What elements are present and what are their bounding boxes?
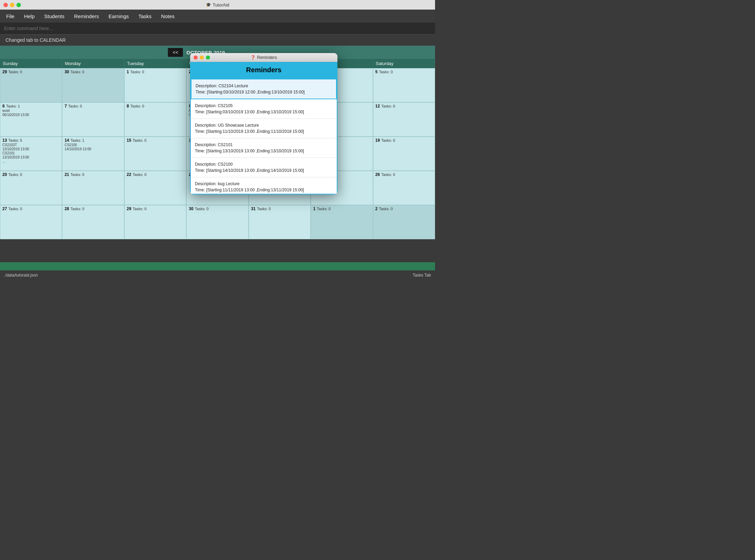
reminder-description: Description: UG Showcase Lecture bbox=[195, 122, 333, 128]
file-path: ./data/tutoraid.json bbox=[4, 273, 38, 278]
cal-cell[interactable]: 26Tasks: 0 bbox=[373, 171, 435, 205]
day-number: 30Tasks: 0 bbox=[189, 206, 246, 211]
modal-title: ❓ Reminders bbox=[250, 55, 277, 60]
menu-tasks[interactable]: Tasks bbox=[138, 12, 152, 21]
menu-students[interactable]: Students bbox=[44, 12, 65, 21]
cal-cell[interactable]: 8Tasks: 0 bbox=[124, 102, 186, 137]
cal-cell[interactable]: 2Tasks: 0 bbox=[373, 205, 435, 239]
modal-close-button[interactable] bbox=[194, 55, 198, 60]
command-input[interactable] bbox=[4, 26, 431, 31]
day-number: 29Tasks: 0 bbox=[127, 206, 184, 211]
reminder-time: Time: [Starting:11/11/2019 13:00 ,Ending… bbox=[195, 187, 333, 193]
event-text: test4 bbox=[2, 109, 60, 113]
reminder-description: Description: bug Lecture bbox=[195, 181, 333, 187]
status-bar: Changed tab to CALENDAR bbox=[0, 35, 435, 46]
day-number: 6Tasks: 1 bbox=[2, 104, 60, 109]
day-number: 21Tasks: 0 bbox=[64, 172, 122, 177]
cal-cell[interactable]: 13Tasks: 5CS2103T13/10/2019 13:00CS21011… bbox=[0, 137, 62, 171]
reminder-item[interactable]: Description: CS2101Time: [Starting:13/10… bbox=[191, 138, 337, 158]
cal-cell[interactable]: 7Tasks: 0 bbox=[62, 102, 124, 137]
menu-earnings[interactable]: Earnings bbox=[108, 12, 129, 21]
cal-cell[interactable]: 28Tasks: 0 bbox=[62, 205, 124, 239]
modal-minimize-button[interactable] bbox=[200, 55, 204, 60]
day-number: 27Tasks: 0 bbox=[2, 206, 60, 211]
modal-body[interactable]: Description: CS2104 LectureTime: [Starti… bbox=[190, 78, 337, 194]
reminder-item[interactable]: Description: CS2100Time: [Starting:14/10… bbox=[191, 158, 337, 177]
cal-cell[interactable]: 29Tasks: 0 bbox=[124, 205, 186, 239]
day-number: 13Tasks: 5 bbox=[2, 138, 60, 143]
event-text: 13/10/2019 13:00 bbox=[2, 147, 60, 151]
event-text: ... bbox=[2, 160, 60, 163]
cal-cell[interactable]: 19Tasks: 0 bbox=[373, 137, 435, 171]
reminder-time: Time: [Starting:03/10/2019 12:00 ,Ending… bbox=[196, 89, 332, 95]
day-number: 12Tasks: 0 bbox=[375, 104, 433, 109]
menu-reminders[interactable]: Reminders bbox=[73, 12, 100, 21]
event-text: CS2100 bbox=[64, 143, 122, 147]
event-text: CS2103T bbox=[2, 143, 60, 147]
day-number: 5Tasks: 0 bbox=[375, 69, 433, 74]
status-text: Changed tab to CALENDAR bbox=[5, 37, 66, 43]
prev-month-button[interactable]: << bbox=[168, 48, 183, 57]
cal-cell[interactable]: 1Tasks: 0 bbox=[311, 205, 373, 239]
day-number: 26Tasks: 0 bbox=[375, 172, 433, 177]
event-text: CS2101 bbox=[2, 151, 60, 155]
day-number: 2Tasks: 0 bbox=[375, 206, 433, 211]
cal-cell[interactable]: 21Tasks: 0 bbox=[62, 171, 124, 205]
cal-cell[interactable]: 15Tasks: 0 bbox=[124, 137, 186, 171]
reminder-description: Description: CS2104 Lecture bbox=[196, 83, 332, 89]
menu-file[interactable]: File bbox=[5, 12, 15, 21]
day-number: 29Tasks: 0 bbox=[2, 69, 60, 74]
cal-cell[interactable]: 6Tasks: 1test406/10/2019 13:00 bbox=[0, 102, 62, 137]
question-icon: ❓ bbox=[250, 55, 256, 60]
window-controls[interactable] bbox=[3, 3, 21, 7]
reminder-item[interactable]: Description: CS2105Time: [Starting:03/10… bbox=[191, 99, 337, 119]
app-icon: 🎓 bbox=[206, 2, 211, 7]
tab-name: Tasks Tab bbox=[413, 273, 431, 278]
day-number: 30Tasks: 0 bbox=[64, 69, 122, 74]
cal-cell[interactable]: 20Tasks: 0 bbox=[0, 171, 62, 205]
cal-cell[interactable]: 14Tasks: 1CS210014/10/2019 13:00 bbox=[62, 137, 124, 171]
day-number: 20Tasks: 0 bbox=[2, 172, 60, 177]
header-saturday: Saturday bbox=[373, 59, 435, 68]
day-number: 15Tasks: 0 bbox=[127, 138, 184, 143]
app-title: 🎓 TutorAid bbox=[206, 2, 230, 8]
reminder-item[interactable]: Description: CS2104 LectureTime: [Starti… bbox=[191, 79, 337, 99]
cal-cell[interactable]: 5Tasks: 0 bbox=[373, 68, 435, 102]
reminder-item[interactable]: Description: bug LectureTime: [Starting:… bbox=[191, 177, 337, 194]
modal-header: Reminders bbox=[190, 62, 337, 78]
cal-cell[interactable]: 1Tasks: 0 bbox=[124, 68, 186, 102]
cal-cell[interactable]: 27Tasks: 0 bbox=[0, 205, 62, 239]
day-number: 8Tasks: 0 bbox=[127, 104, 184, 109]
bottom-bar: ./data/tutoraid.json Tasks Tab bbox=[0, 270, 435, 280]
menu-help[interactable]: Help bbox=[23, 12, 35, 21]
header-sunday: Sunday bbox=[0, 59, 62, 68]
event-text: 13/10/2019 13:00 bbox=[2, 155, 60, 159]
cal-cell[interactable]: 31Tasks: 0 bbox=[249, 205, 311, 239]
modal-window-controls[interactable] bbox=[194, 55, 210, 60]
day-number: 7Tasks: 0 bbox=[64, 104, 122, 109]
reminder-time: Time: [Starting:13/10/2019 13:00 ,Ending… bbox=[195, 148, 333, 154]
day-number: 1Tasks: 0 bbox=[127, 69, 184, 74]
reminder-time: Time: [Starting:03/10/2019 13:00 ,Ending… bbox=[195, 109, 333, 115]
menu-notes[interactable]: Notes bbox=[160, 12, 175, 21]
modal-header-title: Reminders bbox=[194, 66, 333, 74]
reminder-time: Time: [Starting:11/10/2019 13:00 ,Ending… bbox=[195, 128, 333, 135]
day-number: 31Tasks: 0 bbox=[251, 206, 308, 211]
maximize-button[interactable] bbox=[16, 3, 21, 7]
event-text: 14/10/2019 13:00 bbox=[64, 147, 122, 151]
header-monday: Monday bbox=[62, 59, 124, 68]
cal-cell[interactable]: 30Tasks: 0 bbox=[186, 205, 248, 239]
close-button[interactable] bbox=[3, 3, 8, 7]
reminder-description: Description: CS2100 bbox=[195, 161, 333, 167]
bottom-green-bar bbox=[0, 262, 435, 270]
day-number: 28Tasks: 0 bbox=[64, 206, 122, 211]
reminder-item[interactable]: Description: UG Showcase LectureTime: [S… bbox=[191, 119, 337, 138]
reminder-description: Description: CS2101 bbox=[195, 142, 333, 148]
cal-cell[interactable]: 22Tasks: 0 bbox=[124, 171, 186, 205]
cal-cell[interactable]: 30Tasks: 0 bbox=[62, 68, 124, 102]
cal-cell[interactable]: 29Tasks: 0 bbox=[0, 68, 62, 102]
minimize-button[interactable] bbox=[10, 3, 14, 7]
modal-maximize-button[interactable] bbox=[206, 55, 210, 60]
reminder-time: Time: [Starting:14/10/2019 13:00 ,Ending… bbox=[195, 167, 333, 174]
cal-cell[interactable]: 12Tasks: 0 bbox=[373, 102, 435, 137]
